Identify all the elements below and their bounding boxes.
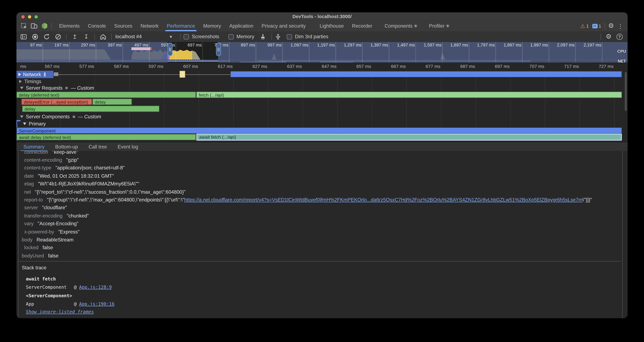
collapse-down-icon: [20, 87, 24, 89]
warnings-badge[interactable]: ⚠ 1: [580, 23, 589, 29]
save-profile-icon[interactable]: ↧: [83, 33, 90, 40]
performance-toolbar: ↥ ↧ localhost #4 ▼ Screenshots Memory: [16, 31, 628, 42]
help-icon[interactable]: ?: [616, 34, 623, 40]
collapse-tracks-icon[interactable]: [275, 33, 281, 40]
minimap-tick: 197 ms: [44, 42, 68, 47]
selected-network-request[interactable]: [180, 71, 185, 78]
timeline-minimap[interactable]: 97 ms 197 ms 297 ms 397 ms 497 ms 597 ms…: [16, 42, 628, 63]
tab-recorder[interactable]: Recorder: [348, 21, 376, 31]
minimap-tick: 1,797 ms: [470, 42, 495, 47]
event-bar[interactable]: await delay (deferred text): [16, 134, 196, 140]
tab-bottom-up[interactable]: Bottom-up: [50, 142, 83, 151]
capture-settings-gear-icon[interactable]: ⚙: [606, 33, 612, 40]
dim-3rd-parties-label: Dim 3rd parties: [295, 34, 328, 40]
history-select[interactable]: localhost #4 ▼: [115, 34, 173, 40]
screenshots-label: Screenshots: [192, 34, 219, 40]
tab-profiler[interactable]: Profiler: [425, 21, 454, 31]
ruler-tick: 597 ms: [139, 64, 164, 69]
property-row: transfer-encoding"chunked": [16, 212, 628, 220]
event-bar-error[interactable]: delayedError (...ayed exception): [22, 99, 92, 105]
issues-badge[interactable]: 1: [592, 24, 601, 28]
summary-pane: connection"keep-alive" content-encoding"…: [16, 151, 628, 318]
event-bar[interactable]: delay (deferred text): [16, 92, 196, 98]
tab-event-log[interactable]: Event log: [112, 142, 144, 151]
expand-right-icon: [18, 73, 21, 76]
property-row: bodyReadableStream: [16, 236, 628, 244]
tab-network[interactable]: Network: [136, 21, 163, 31]
event-bar[interactable]: delay: [22, 106, 160, 112]
network-request-bar[interactable]: [230, 71, 622, 77]
minimap-tick: 1,897 ms: [497, 42, 522, 47]
event-bar[interactable]: fetch (.../api): [196, 92, 622, 98]
tab-lighthouse[interactable]: Lighthouse: [316, 21, 348, 31]
minimap-tick: 1,097 ms: [284, 42, 308, 47]
ruler-tick: 637 ms: [277, 64, 302, 69]
track-grip[interactable]: [44, 72, 46, 77]
expand-right-icon: [19, 80, 22, 83]
tab-summary[interactable]: Summary: [18, 142, 50, 151]
clear-icon[interactable]: [55, 33, 61, 40]
ruler-tick: 697 ms: [485, 64, 510, 69]
tab-console[interactable]: Console: [84, 21, 110, 31]
ruler-tick: 567 ms: [35, 64, 60, 69]
minimap-tick: 497 ms: [124, 42, 148, 47]
divider: [66, 34, 66, 40]
tab-performance[interactable]: Performance: [163, 21, 199, 31]
component-bar[interactable]: ServerComponent: [16, 128, 622, 134]
minimap-tick: 1,697 ms: [444, 42, 468, 47]
selection-handle-left[interactable]: [168, 43, 172, 56]
tab-components[interactable]: Components: [380, 21, 422, 31]
reload-and-record-icon[interactable]: [43, 33, 50, 40]
kebab-menu-icon[interactable]: ⋮: [618, 23, 624, 29]
stack-frame: <ServerComponent>: [26, 292, 621, 300]
tab-application[interactable]: Application: [225, 21, 258, 31]
tab-call-tree[interactable]: Call tree: [83, 142, 112, 151]
ruler-tick: 677 ms: [416, 64, 440, 69]
event-bar[interactable]: delay: [92, 99, 132, 105]
stack-frame: await fetch: [26, 275, 621, 283]
load-profile-icon[interactable]: ↥: [72, 33, 78, 40]
selected-event-bar[interactable]: await fetch (.../api): [196, 134, 622, 141]
memory-checkbox[interactable]: [228, 34, 234, 39]
settings-gear-icon[interactable]: ⚙: [608, 23, 614, 29]
node-icon[interactable]: [41, 23, 48, 29]
toggle-sidebar-icon[interactable]: [20, 33, 26, 40]
asterisk-icon: [72, 115, 76, 119]
minimap-tick: 397 ms: [97, 42, 122, 47]
track-timings[interactable]: Timings: [19, 78, 41, 85]
inspect-element-icon[interactable]: [20, 23, 27, 29]
tab-memory[interactable]: Memory: [199, 21, 225, 31]
tracks-scrollbar[interactable]: [625, 72, 627, 111]
ruler-tick: 607 ms: [173, 64, 198, 69]
tab-privacy-and-security[interactable]: Privacy and security: [258, 21, 310, 31]
track-primary-header[interactable]: Primary: [23, 120, 46, 127]
window-title: DevTools - localhost:3000/: [16, 12, 628, 21]
property-row: content-type"application/json; charset=u…: [16, 164, 628, 172]
ruler-tick: ms: [16, 64, 26, 69]
screenshots-checkbox[interactable]: [184, 34, 189, 39]
source-location-link[interactable]: App.js:128:9: [79, 284, 112, 290]
track-network[interactable]: Network: [16, 71, 54, 78]
stack-trace-section: Stack trace await fetch ServerComponent …: [18, 261, 621, 316]
garbage-collect-icon[interactable]: [260, 33, 266, 40]
track-server-components-header[interactable]: Server Components — Custom: [20, 113, 101, 120]
property-row: x-powered-by"Express": [16, 228, 628, 236]
devtools-app: DevTools - localhost:3000/ Elements Cons…: [0, 0, 644, 342]
tab-elements[interactable]: Elements: [55, 21, 84, 31]
network-request-chip[interactable]: [54, 72, 58, 76]
selected-tab-underline: [165, 30, 197, 31]
source-location-link[interactable]: App.js:190:16: [79, 301, 114, 307]
show-ignore-listed-frames-link[interactable]: Show ignore-listed frames: [26, 308, 94, 316]
property-row: lockedfalse: [16, 244, 628, 252]
track-server-requests-header[interactable]: Server Requests — Custom: [20, 85, 94, 91]
dim-3rd-parties-checkbox[interactable]: [287, 34, 292, 39]
device-toolbar-icon[interactable]: [31, 23, 37, 29]
selection-handle-right[interactable]: [216, 43, 221, 56]
tab-sources[interactable]: Sources: [110, 21, 136, 31]
divider: [94, 34, 95, 40]
report-to-url-link[interactable]: https://a.nel.cloudflare.com/report/v4?s…: [184, 197, 582, 203]
property-row: nel"{\"report_to\":\"cf-nel\",\"success_…: [16, 188, 628, 196]
home-icon[interactable]: [100, 33, 106, 40]
record-icon[interactable]: [32, 33, 38, 40]
divider: [600, 34, 601, 40]
